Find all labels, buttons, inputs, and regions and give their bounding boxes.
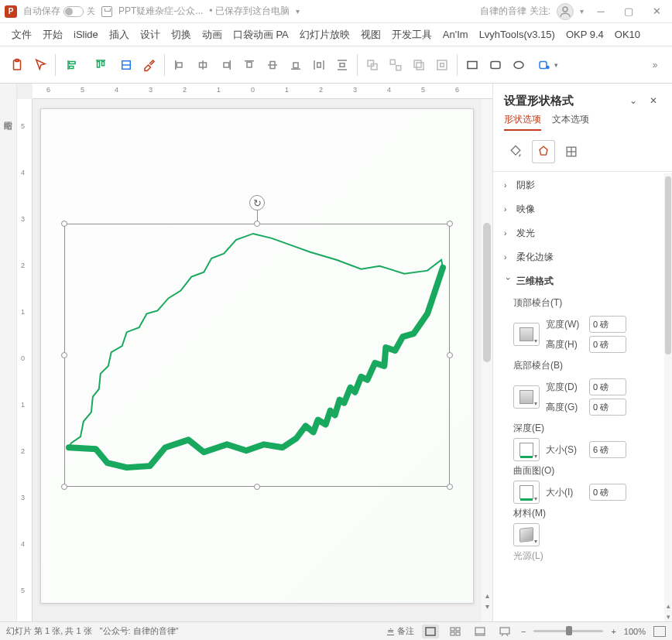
view-sorter-icon[interactable] <box>447 625 464 638</box>
outline-bar[interactable]: 缩略图 <box>0 84 17 621</box>
maximize-button[interactable]: ▢ <box>618 1 639 22</box>
zoom-knob[interactable] <box>566 626 572 635</box>
tool-ungroup-icon[interactable] <box>385 53 406 77</box>
bottom-bevel-width[interactable]: 0 磅 <box>589 378 626 395</box>
pane-tab-text[interactable]: 文本选项 <box>552 113 589 131</box>
tab-okp94[interactable]: OKP 9.4 <box>561 23 609 46</box>
material-swatch[interactable]: ▾ <box>513 523 540 546</box>
pane-scroll-thumb[interactable] <box>665 176 671 354</box>
tab-slideshow[interactable]: 幻灯片放映 <box>294 23 355 46</box>
tab-islide[interactable]: iSlide <box>68 23 104 46</box>
tool-subtract-icon[interactable] <box>431 53 453 77</box>
tool-rect-icon[interactable] <box>461 53 483 77</box>
pane-dropdown-icon[interactable]: ⌄ <box>626 93 641 108</box>
toggle-icon[interactable] <box>63 6 84 17</box>
tool-ellipse-icon[interactable] <box>508 53 530 77</box>
scroll-up-icon[interactable]: ▴ <box>483 590 491 600</box>
depth-size[interactable]: 6 磅 <box>589 441 626 458</box>
view-reading-icon[interactable] <box>471 625 489 638</box>
tab-anim2[interactable]: An'Im <box>437 23 474 46</box>
depth-color-swatch[interactable]: ▾ <box>513 438 540 461</box>
tool-align-top-icon[interactable] <box>87 53 114 77</box>
pane-cat-effects-icon[interactable] <box>532 140 555 163</box>
tab-ok10[interactable]: OK10 <box>609 23 646 46</box>
section-reflection[interactable]: ›映像 <box>493 197 663 221</box>
save-icon[interactable] <box>101 6 112 17</box>
handle-br[interactable] <box>447 484 453 490</box>
fit-to-window-icon[interactable] <box>653 626 666 637</box>
minimize-button[interactable]: ─ <box>590 1 612 22</box>
zoom-out-button[interactable]: − <box>521 627 526 636</box>
tab-lvyh[interactable]: LvyhTools(v3.15) <box>474 23 561 46</box>
tool-combine-icon[interactable] <box>408 53 430 77</box>
pane-close-icon[interactable]: ✕ <box>646 93 661 108</box>
selection-box[interactable]: ↻ <box>64 224 450 487</box>
tab-transition[interactable]: 切换 <box>166 23 197 46</box>
tab-design[interactable]: 设计 <box>135 23 166 46</box>
pane-cat-size-icon[interactable] <box>560 140 583 163</box>
view-normal-icon[interactable] <box>422 625 439 638</box>
pane-scroll-up-icon[interactable]: ▴ <box>664 601 672 611</box>
tool-align-m-icon[interactable] <box>262 53 283 77</box>
tool-paste-icon[interactable] <box>6 53 28 77</box>
tool-align-left-icon[interactable] <box>60 53 86 77</box>
tool-distribute-icon[interactable] <box>115 53 137 77</box>
tool-cursor-icon[interactable] <box>29 53 51 77</box>
tool-align-r-icon[interactable] <box>215 53 237 77</box>
section-glow[interactable]: ›发光 <box>493 221 663 245</box>
tool-overflow-icon[interactable]: » <box>644 53 666 77</box>
tool-roundrect-icon[interactable] <box>485 53 506 77</box>
handle-bm[interactable] <box>254 484 260 490</box>
handle-bl[interactable] <box>61 484 67 490</box>
tab-file[interactable]: 文件 <box>6 23 37 46</box>
tool-dist-v-icon[interactable] <box>331 53 353 77</box>
autosave-toggle[interactable]: 自动保存 关 <box>23 5 95 18</box>
zoom-in-button[interactable]: + <box>611 627 615 636</box>
section-3dformat[interactable]: ›三维格式 <box>493 269 663 293</box>
tool-group-icon[interactable] <box>362 53 383 77</box>
handle-tr[interactable] <box>447 221 453 227</box>
pane-cat-fill-icon[interactable] <box>504 140 527 163</box>
tool-shapefill-icon[interactable]: ▾ <box>531 53 557 77</box>
tool-highlight-icon[interactable] <box>139 53 160 77</box>
contour-color-swatch[interactable]: ▾ <box>513 481 540 504</box>
caret-down-icon[interactable]: ▾ <box>296 7 300 15</box>
section-shadow[interactable]: ›阴影 <box>493 173 663 197</box>
zoom-percent[interactable]: 100% <box>624 627 646 636</box>
scrollbar-thumb[interactable] <box>483 223 491 362</box>
tab-devtools[interactable]: 开发工具 <box>386 23 437 46</box>
tool-align-t-icon[interactable] <box>238 53 260 77</box>
pane-scrollbar[interactable]: ▴ ▾ <box>664 173 672 621</box>
bottom-bevel-height[interactable]: 0 磅 <box>589 399 626 416</box>
handle-tl[interactable] <box>61 221 67 227</box>
tab-animation[interactable]: 动画 <box>197 23 228 46</box>
handle-ml[interactable] <box>61 352 67 358</box>
freeform-shape[interactable] <box>65 224 449 486</box>
tab-insert[interactable]: 插入 <box>104 23 135 46</box>
handle-tm[interactable] <box>254 221 260 227</box>
notes-button[interactable]: ≐备注 <box>387 625 414 637</box>
top-bevel-height[interactable]: 0 磅 <box>589 336 626 353</box>
scroll-dn-icon[interactable]: ▾ <box>483 601 491 611</box>
close-button[interactable]: ✕ <box>646 1 667 22</box>
section-softedge[interactable]: ›柔化边缘 <box>493 245 663 269</box>
tool-align-l2-icon[interactable] <box>169 53 190 77</box>
account-caret-icon[interactable]: ▾ <box>580 7 584 15</box>
pane-tab-shape[interactable]: 形状选项 <box>504 113 541 131</box>
top-bevel-width[interactable]: 0 磅 <box>589 316 626 333</box>
tab-pocket-anim[interactable]: 口袋动画 PA <box>228 23 294 46</box>
slide-area[interactable]: ↻ <box>33 99 482 621</box>
tab-home[interactable]: 开始 <box>37 23 68 46</box>
canvas-scrollbar[interactable]: ▴ ▾ <box>482 99 492 621</box>
tab-view[interactable]: 视图 <box>355 23 386 46</box>
avatar[interactable] <box>557 3 574 20</box>
bottom-bevel-swatch[interactable]: ▾ <box>513 385 540 409</box>
view-slideshow-icon[interactable] <box>496 625 513 638</box>
rotate-handle[interactable]: ↻ <box>249 195 265 210</box>
tool-dist-h-icon[interactable] <box>308 53 330 77</box>
tool-align-b-icon[interactable] <box>285 53 307 77</box>
slide[interactable]: ↻ <box>40 108 474 604</box>
pane-scroll-dn-icon[interactable]: ▾ <box>664 612 672 621</box>
contour-size[interactable]: 0 磅 <box>589 484 626 501</box>
handle-mr[interactable] <box>447 352 453 358</box>
